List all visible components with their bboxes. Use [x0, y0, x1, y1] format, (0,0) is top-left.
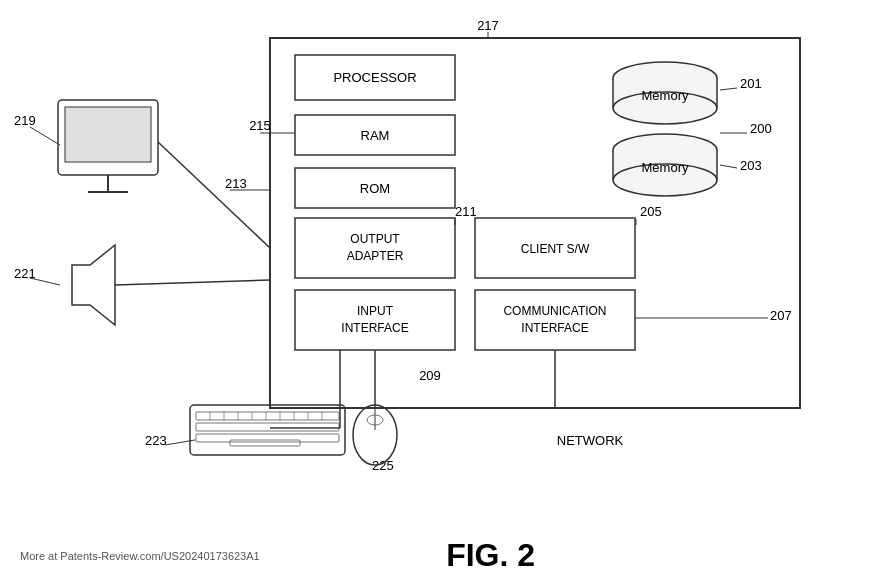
output-adapter-label2: ADAPTER: [347, 249, 404, 263]
processor-label: PROCESSOR: [333, 70, 416, 85]
input-interface-label1: INPUT: [357, 304, 394, 318]
svg-rect-18: [196, 412, 339, 420]
monitor-line: [158, 142, 270, 248]
comm-interface-label1: COMMUNICATION: [503, 304, 606, 318]
input-interface-label2: INTERFACE: [341, 321, 408, 335]
ref-217: 217: [477, 18, 499, 33]
monitor-inner: [65, 107, 151, 162]
svg-rect-19: [196, 423, 339, 431]
diagram-container: 217 PROCESSOR RAM ROM 215 OUTPUT ADAPTER…: [0, 0, 880, 584]
svg-rect-20: [196, 434, 339, 442]
svg-rect-30: [230, 440, 300, 446]
ref-211: 211: [455, 204, 477, 219]
memory1-label: Memory: [642, 88, 689, 103]
footer: More at Patents-Review.com/US20240173623…: [0, 537, 880, 574]
network-label: NETWORK: [557, 433, 624, 448]
speaker-line: [115, 280, 270, 285]
svg-line-6: [720, 88, 737, 90]
ref-203: 203: [740, 158, 762, 173]
svg-line-16: [30, 278, 60, 285]
footer-text: More at Patents-Review.com/US20240173623…: [20, 550, 260, 562]
speaker-shape: [72, 245, 115, 325]
rom-label: ROM: [360, 181, 390, 196]
ref-213: 213: [225, 176, 247, 191]
ref-207: 207: [770, 308, 792, 323]
comm-interface-box: [475, 290, 635, 350]
memory2-label: Memory: [642, 160, 689, 175]
figure-title: FIG. 2: [260, 537, 722, 574]
output-adapter-box: [295, 218, 455, 278]
svg-line-13: [30, 127, 60, 145]
ref-223: 223: [145, 433, 167, 448]
output-adapter-label1: OUTPUT: [350, 232, 400, 246]
comm-interface-label2: INTERFACE: [521, 321, 588, 335]
ref-205: 205: [640, 204, 662, 219]
ram-label: RAM: [361, 128, 390, 143]
system-box: [270, 38, 800, 408]
ref-200: 200: [750, 121, 772, 136]
ref-215: 215: [249, 118, 271, 133]
ref-201: 201: [740, 76, 762, 91]
ref-209: 209: [419, 368, 441, 383]
svg-line-8: [720, 165, 737, 168]
input-interface-box: [295, 290, 455, 350]
client-sw-label: CLIENT S/W: [521, 242, 590, 256]
ref-219: 219: [14, 113, 36, 128]
